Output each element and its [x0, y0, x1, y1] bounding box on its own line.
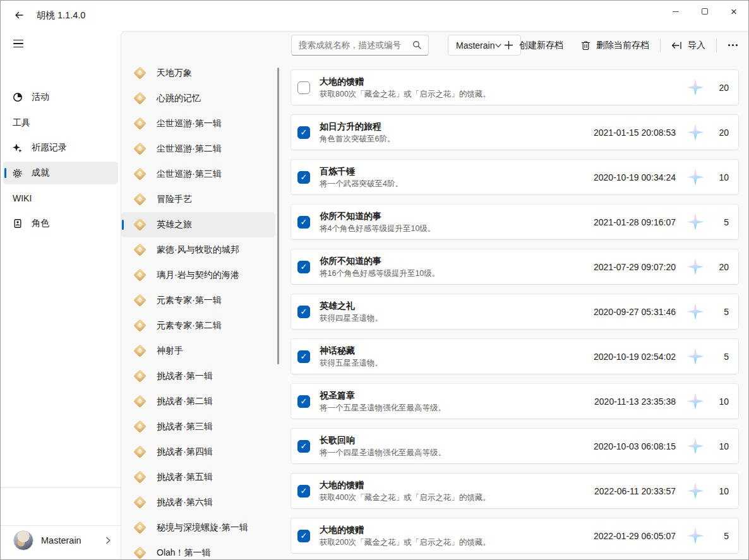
category-item[interactable]: Olah！第一辑: [121, 540, 275, 560]
category-item[interactable]: 挑战者·第一辑: [121, 364, 275, 389]
achievement-description: 获取400次「藏金之花」或「启示之花」的馈藏。: [320, 493, 594, 503]
achievement-checkbox[interactable]: [297, 395, 310, 408]
wish-history-icon: [12, 143, 23, 153]
category-item[interactable]: 挑战者·第二辑: [121, 389, 275, 414]
sidebar-item-activity[interactable]: 活动: [3, 86, 118, 109]
achievement-description: 将一个武器突破至4阶。: [320, 179, 594, 189]
category-item[interactable]: 冒险手艺: [121, 187, 275, 212]
achievement-title: 大地的馈赠: [320, 76, 676, 87]
achievement-title: 神话秘藏: [320, 345, 594, 356]
category-emblem-icon: [133, 343, 148, 359]
category-label: Olah！第一辑: [157, 547, 211, 559]
sidebar-item-characters[interactable]: 角色: [3, 212, 118, 235]
category-label: 挑战者·第二辑: [157, 396, 213, 407]
chevron-right-icon: [104, 537, 112, 544]
minimize-button[interactable]: [661, 1, 690, 22]
achievement-checkbox[interactable]: [297, 485, 310, 497]
category-item[interactable]: 尘世巡游·第三辑: [121, 162, 275, 187]
primogem-count: 5: [714, 307, 729, 317]
back-button[interactable]: [8, 6, 30, 25]
category-item[interactable]: 秘境与深境螺旋·第一辑: [121, 515, 275, 540]
import-button[interactable]: 导入: [664, 35, 712, 56]
primogem-count: 10: [714, 441, 729, 451]
achievement-description: 将4个角色好感等级提升至10级。: [320, 224, 594, 234]
achievement-checkbox[interactable]: [297, 440, 310, 453]
achievement-card: 百炼千锤 将一个武器突破至4阶。 2020-10-19 00:34:24 10: [291, 159, 739, 195]
back-arrow-icon: [14, 10, 24, 20]
sidebar-section-wiki: WIKI: [13, 193, 32, 203]
achievement-checkbox[interactable]: [297, 171, 310, 184]
category-item[interactable]: 元素专家·第一辑: [121, 288, 275, 313]
category-item[interactable]: 挑战者·第三辑: [121, 414, 275, 439]
category-item[interactable]: 挑战者·第六辑: [121, 490, 275, 515]
achievement-checkbox[interactable]: [297, 306, 310, 318]
category-item[interactable]: 天地万象: [121, 61, 275, 86]
category-item[interactable]: 挑战者·第五辑: [121, 465, 275, 490]
achievement-checkbox[interactable]: [297, 261, 310, 273]
category-label: 秘境与深境螺旋·第一辑: [157, 522, 248, 533]
achievement-icon: [12, 168, 23, 179]
category-emblem-icon: [133, 66, 148, 81]
achievement-card: 大地的馈赠 获取400次「藏金之花」或「启示之花」的馈藏。 2022-06-11…: [291, 473, 739, 509]
sidebar-divider: [1, 525, 121, 526]
toolbar-actions: 创建新存档 删除当前存档 导入: [497, 35, 745, 56]
achievement-date: 2020-10-03 06:08:15: [594, 441, 676, 451]
primogem-icon: [687, 438, 704, 455]
category-item[interactable]: 璃月·岩与契约的海港: [121, 263, 275, 288]
category-label: 蒙德·风与牧歌的城邦: [157, 244, 239, 256]
category-item[interactable]: 神射手: [121, 338, 275, 364]
category-item[interactable]: 蒙德·风与牧歌的城邦: [121, 237, 275, 263]
category-emblem-icon: [133, 394, 148, 409]
nav-menu-button[interactable]: [9, 34, 31, 53]
achievement-description: 获得四星圣遗物。: [320, 314, 594, 323]
primogem-icon: [687, 393, 704, 410]
achievement-card: 神话秘藏 获得五星圣遗物。 2020-10-19 02:54:02 5: [291, 338, 739, 374]
achievement-title: 你所不知道的事: [320, 211, 594, 222]
category-label: 英雄之旅: [157, 219, 192, 230]
achievement-description: 获取200次「藏金之花」或「启示之花」的馈藏。: [320, 538, 594, 547]
achievement-checkbox[interactable]: [297, 530, 310, 542]
category-emblem-icon: [133, 91, 148, 106]
achievement-title: 你所不知道的事: [320, 256, 594, 266]
primogem-count: 10: [714, 172, 729, 182]
category-item[interactable]: 挑战者·第四辑: [121, 439, 275, 465]
category-item[interactable]: 元素专家·第二辑: [121, 313, 275, 338]
toolbar-separator: [660, 39, 661, 52]
category-item[interactable]: 尘世巡游·第二辑: [121, 136, 275, 162]
achievement-checkbox[interactable]: [297, 216, 310, 229]
achievement-description: 获取800次「藏金之花」或「启示之花」的馈藏。: [320, 90, 676, 99]
category-scrollbar-thumb[interactable]: [277, 68, 279, 364]
category-emblem-icon: [133, 318, 148, 333]
primogem-icon: [687, 259, 704, 275]
category-item[interactable]: 心跳的记忆: [121, 86, 275, 111]
achievement-checkbox[interactable]: [297, 126, 310, 139]
achievement-checkbox[interactable]: [297, 81, 310, 94]
category-item[interactable]: 尘世巡游·第一辑: [121, 111, 275, 136]
primogem-count: 10: [714, 396, 729, 407]
maximize-button[interactable]: [690, 1, 719, 22]
create-archive-button[interactable]: 创建新存档: [497, 35, 570, 56]
achievement-date: 2021-07-29 09:07:20: [594, 262, 676, 272]
achievement-card: 长歌回响 将一个四星圣遗物强化至最高等级。 2020-10-03 06:08:1…: [291, 428, 739, 464]
category-label: 天地万象: [157, 68, 192, 79]
search-input[interactable]: [299, 40, 412, 50]
user-account-button[interactable]: Masterain: [1, 527, 121, 554]
activity-icon: [12, 92, 23, 103]
sidebar-item-wish-history[interactable]: 祈愿记录: [3, 136, 118, 159]
achievement-checkbox[interactable]: [297, 350, 310, 363]
achievement-title: 百炼千锤: [320, 166, 594, 177]
titlebar: 胡桃 1.1.4.0 ×: [1, 1, 748, 31]
delete-archive-button[interactable]: 删除当前存档: [574, 35, 656, 56]
achievement-date: 2020-10-19 02:54:02: [594, 352, 676, 362]
toolbar-separator: [716, 39, 717, 52]
achievement-category-list: 天地万象 心跳的记忆 尘世巡游·第一辑 尘世巡游·第二辑 尘世巡游·第三辑 冒险…: [121, 61, 280, 560]
achievement-description: 将一个四星圣遗物强化至最高等级。: [320, 448, 594, 458]
achievement-title: 长歌回响: [320, 435, 594, 446]
sidebar-item-achievements[interactable]: 成就: [3, 162, 118, 184]
category-emblem-icon: [133, 167, 148, 182]
more-options-button[interactable]: [721, 35, 745, 56]
close-button[interactable]: ×: [719, 1, 748, 22]
achievement-card: 你所不知道的事 将4个角色好感等级提升至10级。 2021-01-28 09:1…: [291, 204, 739, 240]
category-item[interactable]: 英雄之旅: [121, 212, 275, 237]
category-label: 挑战者·第五辑: [157, 472, 213, 483]
